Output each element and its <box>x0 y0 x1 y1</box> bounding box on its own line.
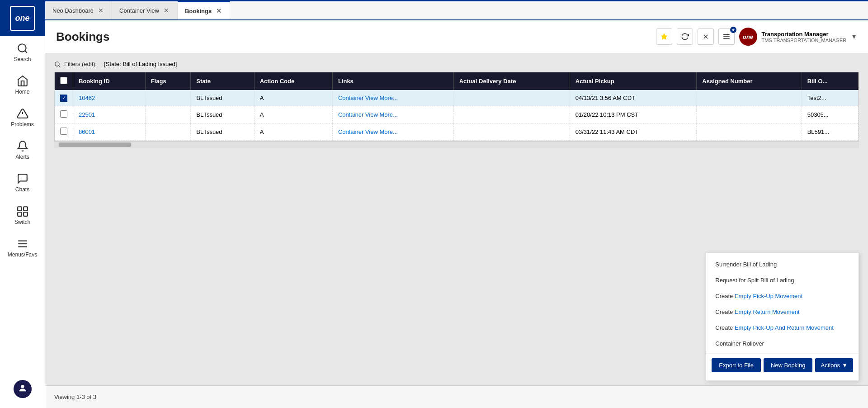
export-to-file-button[interactable]: Export to File <box>712 358 761 372</box>
sidebar-item-alerts[interactable]: Alerts <box>0 134 45 166</box>
tab-close-neo-dashboard[interactable]: ✕ <box>97 7 104 14</box>
header-actual-delivery-date[interactable]: Actual Delivery Date <box>453 72 570 90</box>
refresh-icon <box>681 33 689 41</box>
container-view-link[interactable]: Container View More... <box>338 95 398 101</box>
new-booking-button[interactable]: New Booking <box>764 358 813 372</box>
sidebar-item-switch[interactable]: Switch <box>0 199 45 232</box>
menu-item-surrender-bl[interactable]: Surrender Bill of Lading <box>706 256 859 272</box>
booking-id-link[interactable]: 10462 <box>79 95 95 101</box>
tab-close-bookings[interactable]: ✕ <box>215 7 222 14</box>
table-row[interactable]: 86001 BL Issued A Container View More...… <box>55 123 859 140</box>
menu-item-empty-pickup-return[interactable]: Create Empty Pick-Up And Return Movement <box>706 320 859 336</box>
tab-container-view[interactable]: Container View ✕ <box>112 1 178 19</box>
booking-id-link[interactable]: 22501 <box>79 111 95 118</box>
sidebar-item-menus[interactable]: Menus/Favs <box>0 232 45 264</box>
action-code-cell: A <box>254 123 332 140</box>
chat-icon <box>17 173 28 185</box>
flags-cell <box>145 123 191 140</box>
favorite-button[interactable] <box>656 28 672 45</box>
state-cell: BL Issued <box>191 123 254 140</box>
close-icon <box>702 33 709 40</box>
page-header: Bookings ★ one <box>45 20 868 53</box>
filter-label: Filters (edit): <box>64 61 97 67</box>
actual-delivery-date-cell <box>453 90 570 106</box>
page-title: Bookings <box>56 30 109 44</box>
filter-bar: Filters (edit): [State: Bill of Lading I… <box>54 61 859 67</box>
sidebar-label-alerts: Alerts <box>15 154 29 160</box>
table-row[interactable]: 22501 BL Issued A Container View More...… <box>55 106 859 123</box>
booking-id-cell: 10462 <box>73 90 146 106</box>
header-assigned-number[interactable]: Assigned Number <box>697 72 802 90</box>
menu-item-container-rollover[interactable]: Container Rollover <box>706 336 859 351</box>
refresh-button[interactable] <box>677 28 693 45</box>
sidebar-item-search[interactable]: Search <box>0 36 45 69</box>
menu-item-label: Create Empty Pick-Up And Return Movement <box>715 324 834 331</box>
sidebar-item-chats[interactable]: Chats <box>0 166 45 199</box>
svg-rect-6 <box>18 212 22 216</box>
bell-icon <box>17 140 28 152</box>
tab-close-container-view[interactable]: ✕ <box>163 7 170 14</box>
close-page-button[interactable] <box>698 28 714 45</box>
svg-point-18 <box>55 62 59 66</box>
header-actual-pickup[interactable]: Actual Pickup <box>570 72 697 90</box>
header-state[interactable]: State <box>191 72 254 90</box>
notifications-badge[interactable]: ★ <box>718 28 735 45</box>
flags-cell <box>145 106 191 123</box>
sidebar-item-problems[interactable]: Problems <box>0 101 45 134</box>
booking-id-cell: 22501 <box>73 106 146 123</box>
checked-checkbox[interactable]: ✓ <box>60 95 67 102</box>
header-flags[interactable]: Flags <box>145 72 191 90</box>
header-bill-col[interactable]: Bill O... <box>802 72 858 90</box>
sidebar-item-profile[interactable] <box>0 374 45 404</box>
sidebar: one Search Home Problems Alerts Chats <box>0 0 45 408</box>
table-row[interactable]: ✓ 10462 BL Issued A Container View More.… <box>55 90 859 106</box>
sidebar-label-home: Home <box>15 89 29 95</box>
row-checkbox-cell[interactable]: ✓ <box>55 90 73 106</box>
header-booking-id[interactable]: Booking ID <box>73 72 146 90</box>
sidebar-label-search: Search <box>14 56 31 62</box>
header-links[interactable]: Links <box>332 72 453 90</box>
bottom-bar: Viewing 1-3 of 3 <box>45 385 868 408</box>
user-dropdown-arrow[interactable]: ▼ <box>851 33 857 40</box>
hamburger-icon <box>722 33 731 41</box>
actions-button[interactable]: Actions ▼ <box>815 358 853 372</box>
tab-neo-dashboard[interactable]: Neo Dashboard ✕ <box>45 1 112 19</box>
select-all-checkbox[interactable] <box>60 77 67 84</box>
booking-id-cell: 86001 <box>73 123 146 140</box>
scrollbar-thumb[interactable] <box>59 142 131 147</box>
home-icon <box>17 75 28 87</box>
svg-rect-7 <box>24 212 28 216</box>
horizontal-scrollbar[interactable] <box>54 141 859 148</box>
actions-dropdown-arrow: ▼ <box>842 362 848 369</box>
context-menu: Surrender Bill of Lading Request for Spl… <box>706 252 859 381</box>
actual-pickup-cell: 03/31/22 11:43 AM CDT <box>570 123 697 140</box>
row-checkbox[interactable] <box>60 110 67 118</box>
container-view-link[interactable]: Container View More... <box>338 128 398 135</box>
sidebar-item-home[interactable]: Home <box>0 69 45 101</box>
menu-item-empty-pickup[interactable]: Create Empty Pick-Up Movement <box>706 288 859 304</box>
container-view-link[interactable]: Container View More... <box>338 111 398 118</box>
user-role: TMS.TRANSPORTATION_MANAGER <box>762 38 847 43</box>
sidebar-label-problems: Problems <box>11 121 34 128</box>
header-action-code[interactable]: Action Code <box>254 72 332 90</box>
header-checkbox[interactable] <box>55 72 73 90</box>
menu-item-split-bl[interactable]: Request for Split Bill of Lading <box>706 272 859 288</box>
bill-col-cell: BL591... <box>802 123 858 140</box>
svg-point-0 <box>18 44 26 52</box>
menu-item-empty-return[interactable]: Create Empty Return Movement <box>706 304 859 320</box>
row-checkbox[interactable] <box>60 128 67 135</box>
action-code-cell: A <box>254 90 332 106</box>
actual-pickup-cell: 04/13/21 3:56 AM CDT <box>570 90 697 106</box>
booking-id-link[interactable]: 86001 <box>79 128 95 135</box>
row-checkbox-cell[interactable] <box>55 106 73 123</box>
menu-item-label: Create Empty Return Movement <box>715 308 799 315</box>
svg-rect-5 <box>24 207 28 211</box>
links-cell: Container View More... <box>332 123 453 140</box>
actual-pickup-cell: 01/20/22 10:13 PM CST <box>570 106 697 123</box>
sidebar-label-chats: Chats <box>15 186 29 193</box>
tab-bookings[interactable]: Bookings ✕ <box>178 1 230 19</box>
row-checkbox-cell[interactable] <box>55 123 73 140</box>
app-logo[interactable]: one <box>0 0 45 36</box>
links-cell: Container View More... <box>332 106 453 123</box>
assigned-number-cell <box>697 106 802 123</box>
